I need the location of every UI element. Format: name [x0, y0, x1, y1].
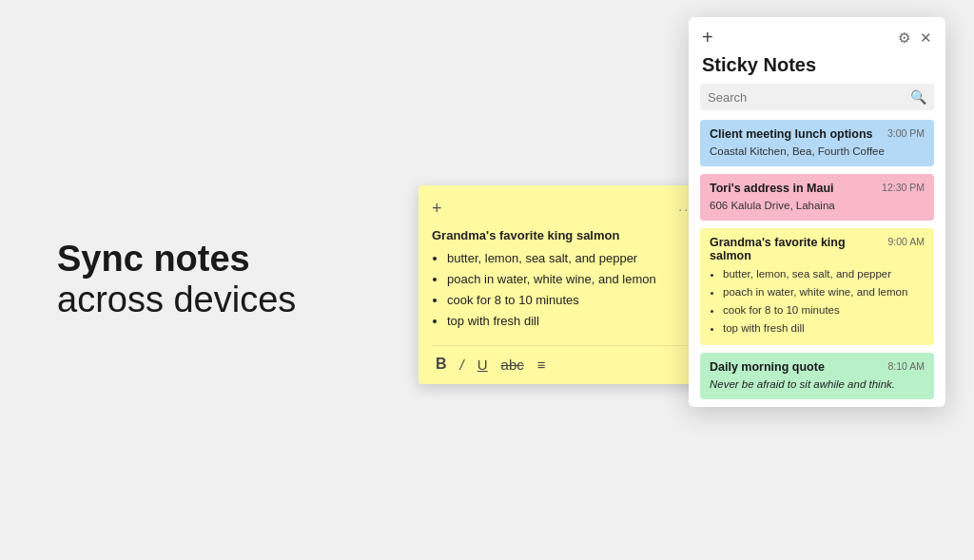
note-card-body: 606 Kalula Drive, Lahaina: [710, 198, 925, 213]
note-card-green[interactable]: Daily morning quote 8:10 AM Never be afr…: [700, 353, 934, 399]
note-card-header: Client meeting lunch options 3:00 PM: [710, 127, 925, 141]
panel-gear-icon[interactable]: ⚙: [898, 29, 910, 47]
note-card-italic-text: Never be afraid to sit awhile and think.: [710, 378, 895, 390]
list-item: cook for 8 to 10 minutes: [723, 301, 925, 319]
note-card-time: 9:00 AM: [887, 236, 925, 247]
list-item: top with fresh dill: [723, 319, 925, 338]
sticky-note-header: + ···: [432, 199, 695, 219]
panel-header: + ⚙ ✕: [689, 17, 945, 52]
search-bar: 🔍: [700, 84, 934, 110]
note-card-time: 12:30 PM: [882, 182, 925, 193]
note-card-blue[interactable]: Client meeting lunch options 3:00 PM Coa…: [700, 120, 934, 166]
note-card-body: butter, lemon, sea salt, and pepper poac…: [710, 265, 925, 338]
hero-subtitle: across devices: [57, 280, 296, 322]
sticky-note-content: Grandma's favorite king salmon butter, l…: [432, 228, 695, 332]
sticky-note-title: Grandma's favorite king salmon: [432, 228, 695, 242]
note-card-header: Tori's address in Maui 12:30 PM: [710, 182, 925, 195]
sticky-note-yellow: + ··· Grandma's favorite king salmon but…: [419, 185, 709, 384]
note-card-header: Grandma's favorite king salmon 9:00 AM: [710, 236, 925, 262]
note-card-body: Never be afraid to sit awhile and think.: [710, 377, 925, 392]
note-card-time: 8:10 AM: [887, 360, 925, 372]
underline-button[interactable]: U: [477, 357, 488, 373]
italic-button[interactable]: /: [460, 357, 464, 373]
note-card-list: butter, lemon, sea salt, and pepper poac…: [710, 265, 925, 338]
note-card-yellow[interactable]: Grandma's favorite king salmon 9:00 AM b…: [700, 228, 934, 345]
note-card-title: Grandma's favorite king salmon: [710, 236, 882, 262]
list-item: poach in water, white wine, and lemon: [723, 283, 925, 301]
panel-close-icon[interactable]: ✕: [920, 29, 932, 47]
note-card-time: 3:00 PM: [887, 127, 925, 139]
search-icon: 🔍: [910, 89, 926, 105]
panel-actions: ⚙ ✕: [898, 29, 932, 47]
sticky-note-list: butter, lemon, sea salt, and pepper poac…: [432, 248, 695, 332]
sticky-note-plus-icon[interactable]: +: [432, 199, 442, 219]
list-item: poach in water, white wine, and lemon: [447, 269, 695, 290]
list-item: cook for 8 to 10 minutes: [447, 290, 695, 311]
search-input[interactable]: [708, 90, 910, 105]
note-card-body: Coastal Kitchen, Bea, Fourth Coffee: [710, 144, 925, 159]
hero-title: Sync notes: [57, 239, 296, 280]
list-button[interactable]: ≡: [537, 357, 546, 373]
list-item: butter, lemon, sea salt, and pepper: [723, 265, 925, 283]
panel-title: Sticky Notes: [689, 52, 945, 84]
note-card-title: Tori's address in Maui: [710, 182, 876, 195]
list-item: butter, lemon, sea salt, and pepper: [447, 248, 695, 269]
note-card-title: Daily morning quote: [710, 360, 882, 374]
list-item: top with fresh dill: [447, 311, 695, 332]
notes-panel: + ⚙ ✕ Sticky Notes 🔍 Client meeting lunc…: [689, 17, 945, 407]
sticky-toolbar: B / U abc ≡: [432, 345, 695, 377]
bold-button[interactable]: B: [436, 356, 447, 373]
strikethrough-button[interactable]: abc: [501, 357, 524, 373]
note-card-title: Client meeting lunch options: [710, 127, 882, 141]
note-card-header: Daily morning quote 8:10 AM: [710, 360, 925, 374]
panel-add-button[interactable]: +: [702, 27, 713, 48]
note-card-pink[interactable]: Tori's address in Maui 12:30 PM 606 Kalu…: [700, 174, 934, 221]
hero-section: Sync notes across devices: [57, 239, 296, 321]
